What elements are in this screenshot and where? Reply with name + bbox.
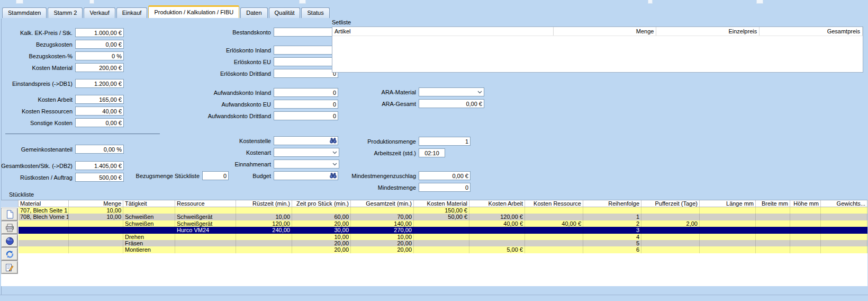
- tab-stamm-2[interactable]: Stamm 2: [48, 7, 83, 18]
- cell-gewicht: [821, 240, 867, 246]
- kostenart-select[interactable]: [274, 148, 339, 157]
- kosten-material-input[interactable]: [75, 63, 124, 72]
- tab-produktion-kalkulation-fibu[interactable]: Produktion / Kalkulation / FIBU: [148, 5, 239, 18]
- kosten-material-label: Kosten Material: [0, 65, 75, 71]
- stueckliste-row[interactable]: 707, Blech Seite 110,00150,00 €: [19, 207, 867, 214]
- cell-gesamtzeit: 20,00: [351, 246, 414, 253]
- new-document-button[interactable]: [2, 208, 17, 220]
- aufwandskonto-inland-input[interactable]: [274, 88, 338, 97]
- stueckliste-row[interactable]: Drehen10,0010,004: [19, 234, 867, 240]
- tab-daten[interactable]: Daten: [240, 7, 267, 18]
- aufwandskonto-drittland-input[interactable]: [274, 111, 338, 120]
- cell-zeit_stueck: 20,00: [292, 220, 351, 227]
- field-arbeitszeit: Arbeitszeit (std.): [339, 148, 445, 157]
- bezugsmenge-input[interactable]: [202, 171, 229, 180]
- stueckliste-body: 707, Blech Seite 110,00150,00 €708, Blec…: [19, 207, 867, 253]
- bestandskonto-select[interactable]: [274, 28, 339, 37]
- tab-status[interactable]: Status: [301, 7, 329, 18]
- aufwandskonto-eu-input[interactable]: [274, 100, 338, 109]
- field-mindestmenge: Mindestmenge: [339, 183, 471, 192]
- stueckliste-row[interactable]: 708, Blech Vorne 110,00SchweißenSchweißg…: [19, 214, 867, 220]
- gemeinkostenanteil-input[interactable]: [75, 145, 124, 154]
- ara-material-select[interactable]: [419, 87, 484, 96]
- kostenstelle-label: Kostenstelle: [175, 138, 274, 144]
- gesamtkosten-input[interactable]: [75, 161, 124, 170]
- pie-chart-button[interactable]: [2, 235, 17, 247]
- kosten-arbeit-input[interactable]: [75, 95, 124, 104]
- cell-kosten_arbeit: 120,00 €: [469, 214, 525, 220]
- ara-gesamt-input[interactable]: [419, 99, 484, 108]
- cell-gesamtzeit: [351, 207, 414, 214]
- setliste-column-header: Gesamtpreis: [760, 27, 863, 36]
- cell-laenge_mm: [700, 246, 756, 253]
- cell-pufferzeit: [641, 227, 700, 233]
- cell-hoehe_mm: [790, 207, 821, 214]
- kalk-ek-preis-input[interactable]: [75, 28, 124, 37]
- produktionsmenge-input[interactable]: [419, 137, 471, 146]
- binoculars-search-icon[interactable]: [330, 173, 337, 179]
- bezugskosten-prozent-input[interactable]: [75, 51, 124, 60]
- ruestkosten-input[interactable]: [75, 173, 124, 182]
- setliste-table[interactable]: ArtikelMengeEinzelpreisGesamtpreis: [332, 26, 863, 73]
- erloeskonto-inland-input[interactable]: [274, 46, 338, 55]
- field-kalk-ek-preis: Kalk. EK-Preis / Stk.: [0, 28, 124, 37]
- einnahmenart-label: Einnahmenart: [175, 161, 274, 167]
- budget-input[interactable]: [274, 171, 338, 180]
- cell-pufferzeit: [641, 240, 700, 246]
- cell-pufferzeit: [641, 234, 700, 240]
- cell-kosten_arbeit: [469, 207, 525, 214]
- cell-kosten_ressource: [525, 234, 583, 240]
- cell-menge: 10,00: [69, 207, 123, 214]
- cell-kosten_material: [414, 240, 469, 246]
- cell-zeit_stueck: 30,00: [292, 227, 351, 233]
- mindestmenge-input[interactable]: [419, 183, 471, 192]
- ruestkosten-label: Rüstkosten / Auftrag: [0, 174, 75, 181]
- stueckliste-row[interactable]: Montieren20,0020,005,00 €6: [19, 246, 867, 253]
- cell-taetigkeit: Drehen: [123, 234, 175, 240]
- einnahmenart-select[interactable]: [274, 160, 339, 169]
- print-button[interactable]: [2, 222, 17, 234]
- stueckliste-row[interactable]: SchweißenSchweißgerät120,0020,00140,0040…: [19, 220, 867, 227]
- bezugskosten-prozent-label: Bezugskosten-%: [0, 53, 75, 59]
- einstandspreis-input[interactable]: [75, 79, 124, 88]
- sonstige-kosten-input[interactable]: [75, 118, 124, 127]
- stueckliste-column-header: Länge mm: [700, 200, 756, 207]
- mindestmengenzuschlag-input[interactable]: [419, 171, 471, 180]
- binoculars-search-icon[interactable]: [330, 138, 337, 144]
- tab-verkauf[interactable]: Verkauf: [84, 7, 115, 18]
- cell-gewicht: [821, 214, 867, 220]
- tab-bar: StammdatenStamm 2VerkaufEinkaufProduktio…: [2, 5, 868, 18]
- kosten-ressourcen-input[interactable]: [75, 107, 124, 116]
- cell-material: [19, 234, 69, 240]
- stueckliste-column-header: Kosten Arbeit: [469, 200, 525, 207]
- erloeskonto-drittland-input[interactable]: [274, 69, 338, 78]
- tab-einkauf[interactable]: Einkauf: [116, 7, 148, 18]
- cell-pufferzeit: [641, 214, 700, 220]
- budget-search: [274, 171, 338, 180]
- field-erloeskonto-eu: Erlöskonto EU: [175, 57, 338, 66]
- field-bezugskosten-prozent: Bezugskosten-%: [0, 51, 124, 60]
- stueckliste-row[interactable]: Fräsen20,0020,005: [19, 240, 867, 246]
- bezugskosten-input[interactable]: [75, 40, 124, 49]
- erloeskonto-drittland-label: Erlöskonto Drittland: [175, 70, 274, 77]
- edit-note-button[interactable]: [2, 261, 17, 273]
- cell-pufferzeit: 2,00: [641, 220, 700, 227]
- kostenstelle-input[interactable]: [274, 136, 338, 145]
- stueckliste-row[interactable]: Hurco VM24240,0030,00270,003: [19, 227, 867, 233]
- field-einstandspreis: Einstandspreis (->DB1): [0, 79, 124, 88]
- einstandspreis-label: Einstandspreis (->DB1): [0, 81, 75, 87]
- print-icon: [5, 224, 14, 232]
- refresh-button[interactable]: [2, 248, 17, 260]
- cell-ruestzeit: [236, 234, 292, 240]
- tab-stammdaten[interactable]: Stammdaten: [2, 7, 47, 18]
- cell-ressource: Schweißgerät: [175, 220, 236, 227]
- field-mindestmengenzuschlag: Mindestmengenzuschlag: [339, 171, 471, 180]
- refresh-icon: [5, 250, 14, 259]
- erloeskonto-eu-input[interactable]: [274, 57, 338, 66]
- tab-qualit-t[interactable]: Qualität: [269, 7, 301, 18]
- cell-laenge_mm: [700, 240, 756, 246]
- cell-taetigkeit: Montieren: [123, 246, 175, 253]
- stueckliste-column-header: Kosten Ressource: [525, 200, 583, 207]
- chevron-down-icon: [332, 163, 337, 166]
- arbeitszeit-input[interactable]: [419, 148, 445, 157]
